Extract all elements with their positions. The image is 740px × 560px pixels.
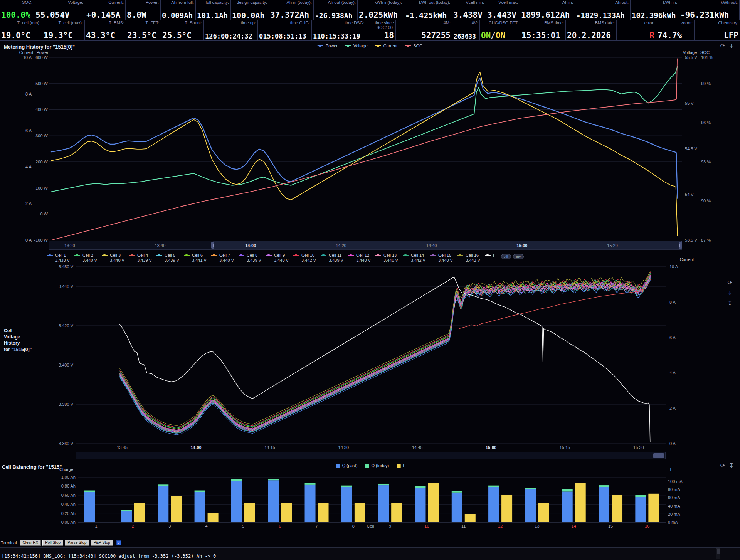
cell-voltage-title-line: History <box>4 340 32 346</box>
legend-button-all[interactable]: All <box>501 254 511 259</box>
legend-item-cell-5[interactable]: Cell 53.439 V <box>156 253 184 262</box>
legend-cell-voltage: 3.440 V <box>348 258 375 262</box>
metric-label: T_BMS: <box>86 21 124 25</box>
legend-cell-voltage: 3.440 V <box>430 258 457 262</box>
legend-item-cell-7[interactable]: Cell 73.440 V <box>211 253 239 262</box>
terminal-checkbox[interactable]: ✓ <box>116 540 121 545</box>
metric-value: 8.0W <box>127 11 159 19</box>
legend-marker <box>318 45 323 46</box>
cell-voltage-scroll-handle[interactable] <box>653 453 664 458</box>
cell-voltage-plot[interactable]: 3.450 V3.440 V3.420 V3.400 V3.380 V3.360… <box>0 251 740 461</box>
svg-text:60 mA: 60 mA <box>668 495 680 500</box>
legend-item-q-past[interactable]: Q (past) <box>336 463 358 468</box>
download-icon[interactable]: ↧ <box>727 290 732 296</box>
legend-item-cell-11[interactable]: Cell 113.439 V <box>321 253 348 262</box>
metric-value: 015:08:51:13 <box>259 33 310 40</box>
legend-cell-voltage: 3.439 V <box>321 258 348 262</box>
metric-t-cell-max: T_cell (max):19.3°C <box>42 20 85 40</box>
metric-label: T_Shunt: <box>162 21 202 25</box>
svg-text:0 A: 0 A <box>25 238 32 242</box>
download-icon[interactable]: ↧ <box>729 43 734 49</box>
timeline-handle-left[interactable] <box>211 242 214 249</box>
legend-button-inv[interactable]: Inv <box>513 254 524 259</box>
svg-text:2 A: 2 A <box>25 201 32 206</box>
terminal-scrollbar-thumb[interactable] <box>717 549 720 554</box>
metric-label: BMS date: <box>567 21 615 25</box>
metric-design-capacity: design capacity:100.0Ah <box>231 0 269 20</box>
legend-item-soc[interactable]: SOC <box>405 44 422 48</box>
metering-timeline-scrollbar[interactable]: 13:2013:4014:0014:2014:4015:0015:20 <box>49 241 682 250</box>
metric-label: T_cell (min): <box>1 21 40 25</box>
metric-t-cell-min: T_cell (min):19.0°C <box>0 20 42 40</box>
metric-ah-in: Ah in:1899.612Ah <box>520 0 575 20</box>
metrics-row-1: SOC:100.0%Voltage:55.054VCurrent:+0.145A… <box>0 0 740 20</box>
svg-text:10 A: 10 A <box>23 55 32 60</box>
svg-text:100 W: 100 W <box>35 186 48 190</box>
terminal-scrollbar[interactable] <box>716 548 720 559</box>
legend-item-i[interactable]: I <box>397 463 404 468</box>
legend-item-i[interactable]: I <box>485 253 501 258</box>
legend-cell-voltage: 3.443 V <box>457 258 485 262</box>
legend-cell-voltage: 3.441 V <box>184 258 211 262</box>
legend-item-cell-16[interactable]: Cell 163.443 V <box>457 253 485 262</box>
terminal-button-clear-rx[interactable]: Clear RX <box>20 540 41 546</box>
terminal-button-p-p-stop[interactable]: P&P Stop <box>91 540 113 546</box>
legend-item-power[interactable]: Power <box>318 44 338 48</box>
legend-item-cell-13[interactable]: Cell 133.440 V <box>375 253 403 262</box>
metric-vcell-max: Vcell max:3.443V <box>486 0 520 20</box>
legend-marker <box>74 255 80 256</box>
legend-item-cell-10[interactable]: Cell 103.442 V <box>293 253 321 262</box>
legend-item-current[interactable]: Current <box>375 44 398 48</box>
legend-item-cell-6[interactable]: Cell 63.441 V <box>184 253 211 262</box>
metric-value: 1899.612Ah <box>521 11 573 19</box>
terminal-button-parse-stop[interactable]: Parse Stop <box>65 540 89 546</box>
legend-cell-voltage: 3.442 V <box>293 258 321 262</box>
svg-text:0 W: 0 W <box>40 212 48 216</box>
metric-label: Ah out: <box>576 0 629 5</box>
terminal-button-poll-stop[interactable]: Poll Stop <box>42 540 63 546</box>
legend-item-cell-8[interactable]: Cell 83.439 V <box>239 253 266 262</box>
legend-cell-voltage: 3.440 V <box>102 258 129 262</box>
legend-marker <box>47 255 53 256</box>
terminal-output[interactable]: [15:34:42:156] BMS_LOG: [15:34:43] SOC10… <box>0 547 740 560</box>
svg-text:0.60 Ah: 0.60 Ah <box>61 493 76 498</box>
legend-item-cell-15[interactable]: Cell 153.440 V <box>430 253 457 262</box>
legend-cell-voltage: 3.440 V <box>74 258 102 262</box>
metric-value: -96.231kWh <box>680 11 738 19</box>
legend-item-cell-12[interactable]: Cell 123.440 V <box>348 253 375 262</box>
legend-item-cell-4[interactable]: Cell 43.439 V <box>129 253 156 262</box>
refresh-icon[interactable]: ⟳ <box>727 280 732 286</box>
svg-text:80 mA: 80 mA <box>668 487 680 492</box>
metric-value: R <box>618 32 654 40</box>
svg-text:90 %: 90 % <box>701 198 711 203</box>
cell-voltage-scrollbar[interactable] <box>76 452 666 459</box>
legend-item-cell-1[interactable]: Cell 13.438 V <box>47 253 74 262</box>
metric-value: ON/ON <box>481 32 518 40</box>
svg-text:40 mA: 40 mA <box>668 504 680 508</box>
svg-text:9: 9 <box>389 524 391 528</box>
refresh-icon[interactable]: ⟳ <box>720 463 725 469</box>
legend-item-voltage[interactable]: Voltage <box>345 44 368 48</box>
legend-item-q-today[interactable]: Q (today) <box>365 463 389 468</box>
legend-item-cell-9[interactable]: Cell 93.440 V <box>266 253 293 262</box>
svg-text:200 W: 200 W <box>35 160 48 164</box>
export-icon[interactable]: ↧ <box>727 301 732 306</box>
legend-cell-voltage: 3.442 V <box>403 258 430 262</box>
metering-plot[interactable]: 10 A8 A6 A4 A2 A0 A600 W500 W400 W300 W2… <box>0 41 740 251</box>
metric-kwh-in-today: kWh in(today):2.025kWh <box>358 0 404 20</box>
cell-voltage-toolbar: ⟳ ↧ ↧ <box>727 280 732 306</box>
legend-marker <box>129 255 135 256</box>
legend-item-cell-14[interactable]: Cell 143.442 V <box>403 253 430 262</box>
metric-kwh-out: kWh out:-96.231kWh <box>679 0 740 20</box>
legend-item-cell-2[interactable]: Cell 23.440 V <box>74 253 102 262</box>
download-icon[interactable]: ↧ <box>729 463 734 469</box>
svg-text:4 A: 4 A <box>669 370 676 375</box>
terminal-label: Terminal <box>1 540 17 545</box>
timeline-handle-right[interactable] <box>679 242 682 249</box>
metric-label: Power: <box>127 0 159 5</box>
legend-marker <box>156 255 162 256</box>
legend-item-cell-3[interactable]: Cell 33.440 V <box>102 253 129 262</box>
metric-value: 43.3°C <box>86 32 124 40</box>
refresh-icon[interactable]: ⟳ <box>720 43 725 49</box>
svg-text:12: 12 <box>498 524 503 528</box>
